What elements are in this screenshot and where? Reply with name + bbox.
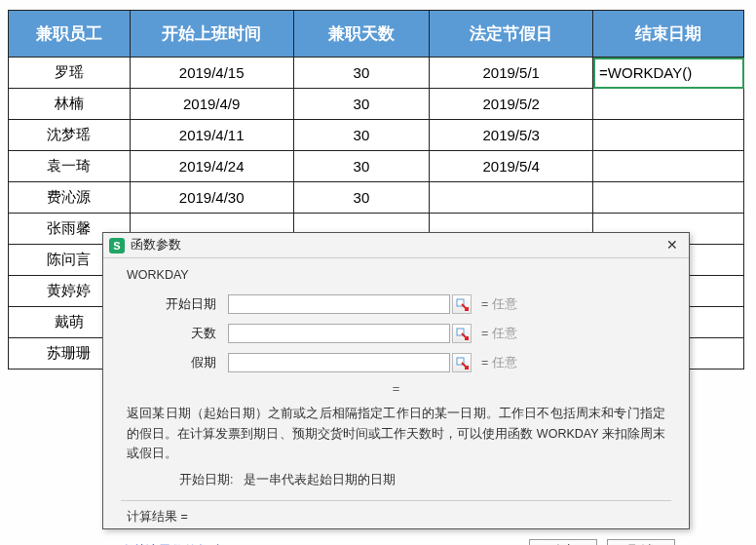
function-name-label: WORKDAY xyxy=(127,268,671,282)
function-description: 返回某日期（起始日期）之前或之后相隔指定工作日的某一日期。工作日不包括周末和专门… xyxy=(121,404,671,464)
cancel-button[interactable]: 取消 xyxy=(607,539,675,545)
formula-result: 计算结果 = xyxy=(121,509,671,526)
cell-start[interactable]: 2019/4/24 xyxy=(130,151,293,182)
param-input[interactable] xyxy=(228,353,450,372)
cell-name[interactable]: 林楠 xyxy=(9,89,131,120)
cell-start[interactable]: 2019/4/15 xyxy=(130,58,293,89)
cell-end[interactable] xyxy=(593,89,744,120)
cell-start[interactable]: 2019/4/30 xyxy=(130,182,293,214)
app-icon: S xyxy=(109,238,125,253)
result-inline-equals: = xyxy=(121,381,671,396)
cell-end[interactable] xyxy=(593,120,744,151)
param-label: 开始日期 xyxy=(121,296,228,313)
param-label: 天数 xyxy=(121,326,228,342)
ok-button[interactable]: 确定 xyxy=(529,539,597,545)
range-selector-icon[interactable] xyxy=(452,353,472,372)
cell-holiday[interactable]: 2019/5/3 xyxy=(430,120,593,151)
cell-holiday[interactable] xyxy=(430,182,593,214)
table-header-row: 兼职员工 开始上班时间 兼职天数 法定节假日 结束日期 xyxy=(9,11,744,58)
equals-sign: = xyxy=(481,356,488,370)
dialog-titlebar[interactable]: S 函数参数 ✕ xyxy=(103,233,689,258)
cell-holiday[interactable]: 2019/5/2 xyxy=(430,89,593,120)
cell-end[interactable] xyxy=(593,151,744,182)
cell-end[interactable] xyxy=(593,182,744,214)
cell-name[interactable]: 罗瑶 xyxy=(9,58,131,89)
cell-start[interactable]: 2019/4/9 xyxy=(130,89,293,120)
cell-end[interactable]: =WORKDAY() xyxy=(593,58,744,89)
param-row: 天数= 任意 xyxy=(121,321,671,346)
cell-days[interactable]: 30 xyxy=(293,58,430,89)
equals-sign: = xyxy=(481,327,488,340)
dialog-divider xyxy=(121,500,671,501)
cell-name[interactable]: 费沁源 xyxy=(9,182,131,214)
param-desc-label: 开始日期: xyxy=(179,473,233,487)
param-hint: = 任意 xyxy=(481,355,517,371)
param-row: 假期= 任意 xyxy=(121,350,671,375)
param-input[interactable] xyxy=(228,324,450,343)
parameter-description: 开始日期: 是一串代表起始日期的日期 xyxy=(121,472,671,488)
cell-days[interactable]: 30 xyxy=(293,120,430,151)
col-header-employee: 兼职员工 xyxy=(9,11,131,58)
table-row: 沈梦瑶2019/4/11302019/5/3 xyxy=(9,120,744,151)
table-row: 费沁源2019/4/3030 xyxy=(9,182,744,214)
col-header-end: 结束日期 xyxy=(593,11,744,58)
range-selector-icon[interactable] xyxy=(452,294,472,314)
param-hint: = 任意 xyxy=(481,296,517,313)
param-row: 开始日期= 任意 xyxy=(121,292,671,317)
range-selector-icon[interactable] xyxy=(452,324,472,343)
cell-holiday[interactable]: 2019/5/4 xyxy=(430,151,593,182)
col-header-start: 开始上班时间 xyxy=(130,11,293,58)
function-arguments-dialog: S 函数参数 ✕ WORKDAY 开始日期= 任意天数= 任意假期= 任意 = … xyxy=(102,232,690,529)
param-hint-value: 任意 xyxy=(492,327,517,340)
param-desc-text: 是一串代表起始日期的日期 xyxy=(244,473,396,487)
table-row: 林楠2019/4/9302019/5/2 xyxy=(9,89,744,120)
equals-sign: = xyxy=(481,297,488,311)
cell-days[interactable]: 30 xyxy=(293,182,430,214)
param-hint: = 任意 xyxy=(481,326,517,342)
close-icon[interactable]: ✕ xyxy=(662,237,683,254)
param-input[interactable] xyxy=(228,294,450,314)
cell-days[interactable]: 30 xyxy=(293,151,430,182)
cell-holiday[interactable]: 2019/5/1 xyxy=(430,58,593,89)
result-label: 计算结果 = xyxy=(127,510,188,524)
table-row: 袁一琦2019/4/24302019/5/4 xyxy=(9,151,744,182)
table-row: 罗瑶2019/4/15302019/5/1=WORKDAY() xyxy=(9,58,744,89)
cell-start[interactable]: 2019/4/11 xyxy=(130,120,293,151)
cell-name[interactable]: 袁一琦 xyxy=(9,151,131,182)
col-header-holiday: 法定节假日 xyxy=(430,11,593,58)
cell-days[interactable]: 30 xyxy=(293,89,430,120)
dialog-title: 函数参数 xyxy=(131,237,662,253)
col-header-days: 兼职天数 xyxy=(293,11,430,58)
cell-name[interactable]: 沈梦瑶 xyxy=(9,120,131,151)
param-label: 假期 xyxy=(121,355,228,371)
param-hint-value: 任意 xyxy=(492,297,517,311)
param-hint-value: 任意 xyxy=(492,356,517,370)
